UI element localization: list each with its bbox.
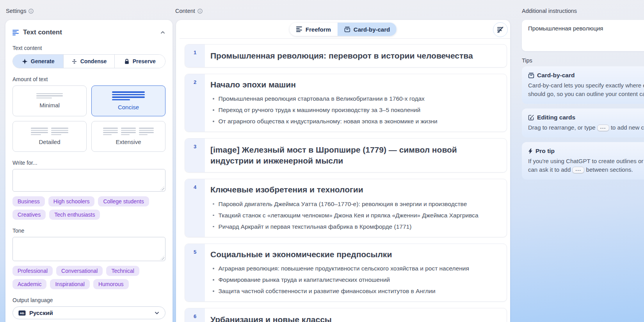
outline-card[interactable]: 1Промышленная революция: переворот в ист… bbox=[185, 44, 507, 68]
tip-title: Editing cards bbox=[528, 114, 644, 121]
mode-condense-button[interactable]: Condense bbox=[64, 55, 114, 68]
tab-freeform[interactable]: Freeform bbox=[290, 23, 338, 36]
bullet-text: Ткацкий станок с «летающим челноком» Джо… bbox=[219, 210, 479, 221]
lines-column bbox=[103, 128, 118, 135]
tone-tag-humorous[interactable]: Humorous bbox=[93, 279, 129, 289]
tab-label: Freeform bbox=[306, 26, 331, 33]
output-language-label: Output language bbox=[12, 297, 165, 303]
additional-instructions-input[interactable] bbox=[522, 20, 644, 51]
text-lines-icon bbox=[12, 30, 19, 36]
extensive-lines-icon bbox=[103, 128, 154, 135]
bullet-dot bbox=[213, 98, 214, 100]
outline-card[interactable]: 5Социальные и экономические предпосылкиА… bbox=[185, 244, 507, 302]
outline-card[interactable]: 2Начало эпохи машинПромышленная революци… bbox=[185, 74, 507, 132]
tip-body-text: Card-by-card lets you specify exactly wh… bbox=[528, 82, 644, 89]
card-title: [image] Железный мост в Шропшире (1779) … bbox=[210, 144, 476, 166]
tone-tag-professional[interactable]: Professional bbox=[12, 266, 53, 276]
mode-label: Preserve bbox=[133, 58, 156, 64]
lines-column bbox=[139, 128, 154, 135]
audience-tag-tech-enthusiasts[interactable]: Tech enthusiasts bbox=[49, 210, 100, 220]
lines-column bbox=[121, 128, 136, 135]
card-title: Социальные и экономические предпосылки bbox=[210, 249, 476, 260]
outline-card[interactable]: 4Ключевые изобретения и технологииПарово… bbox=[185, 179, 507, 237]
card-number: 2 bbox=[185, 74, 205, 132]
tip-title-text: Editing cards bbox=[537, 114, 575, 121]
tip-body-text: should go, so you can outline your conte… bbox=[528, 91, 644, 97]
lines-column bbox=[51, 128, 68, 135]
chevron-up-icon[interactable] bbox=[160, 30, 165, 35]
lock-icon bbox=[124, 59, 130, 64]
amount-option-label: Extensive bbox=[116, 139, 141, 145]
output-language-value: Русский bbox=[29, 310, 151, 316]
card-body: Урбанизация и новые классы bbox=[205, 308, 507, 322]
tips-text: Tips bbox=[522, 57, 532, 64]
amount-of-text-options: MinimalConciseDetailedExtensive bbox=[12, 85, 165, 152]
output-language-select[interactable]: АБ Русский bbox=[12, 306, 165, 319]
amount-extensive-option[interactable]: Extensive bbox=[91, 121, 165, 152]
bullet-text: Формирование рынка труда и капиталистиче… bbox=[219, 274, 390, 285]
audience-tag-high-schoolers[interactable]: High schoolers bbox=[48, 196, 95, 206]
tone-tag-technical[interactable]: Technical bbox=[106, 266, 139, 276]
amount-concise-option[interactable]: Concise bbox=[91, 85, 165, 116]
minimal-lines-icon bbox=[36, 93, 63, 99]
text-content-label: Text content bbox=[12, 45, 165, 51]
write-for-input[interactable] bbox=[12, 169, 165, 192]
tone-tag-inspirational[interactable]: Inspirational bbox=[50, 279, 90, 289]
tip-card-pro-tip: Pro tipIf you're using ChatGPT to create… bbox=[522, 142, 644, 180]
clear-outline-button[interactable] bbox=[493, 22, 508, 37]
bullet-dot bbox=[213, 290, 214, 292]
tab-card-by-card[interactable]: Card-by-card bbox=[338, 23, 397, 36]
card-body: Социальные и экономические предпосылкиАг… bbox=[205, 244, 507, 302]
settings-panel: Text content Text content GenerateConden… bbox=[5, 20, 173, 322]
tip-body-line: should go, so you can outline your conte… bbox=[528, 90, 644, 98]
tone-tag-academic[interactable]: Academic bbox=[12, 279, 46, 289]
card-number: 1 bbox=[185, 44, 205, 67]
tip-body-text: If you're using ChatGPT to create outlin… bbox=[528, 158, 644, 164]
add-card-shortcut-pill: --- bbox=[572, 167, 584, 173]
lines-column bbox=[112, 91, 145, 100]
card-bullet: Ричард Аркрайт и первая текстильная фабр… bbox=[213, 221, 499, 232]
outline-card[interactable]: 6Урбанизация и новые классы bbox=[185, 308, 507, 322]
mode-preserve-button[interactable]: Preserve bbox=[115, 55, 165, 68]
tone-tag-conversational[interactable]: Conversational bbox=[56, 266, 103, 276]
tip-body-line: can ask it to add --- between sections. bbox=[528, 165, 644, 174]
card-title: Промышленная революция: переворот в исто… bbox=[210, 50, 476, 61]
tip-card-card-by-card: Card-by-cardCard-by-card lets you specif… bbox=[522, 66, 644, 104]
bullet-text: Промышленная революция стартовала в Вели… bbox=[219, 93, 425, 104]
card-number: 3 bbox=[185, 139, 205, 172]
mode-label: Condense bbox=[80, 58, 107, 64]
sparkle-icon bbox=[22, 59, 28, 64]
tip-card-editing-cards: Editing cardsDrag to rearrange, or type … bbox=[522, 109, 644, 137]
content-header: FreeformCard-by-card bbox=[176, 20, 510, 39]
tone-label: Tone bbox=[12, 228, 165, 234]
concise-lines-icon bbox=[112, 91, 145, 100]
amount-detailed-option[interactable]: Detailed bbox=[12, 121, 87, 152]
text-content-section-header[interactable]: Text content bbox=[12, 28, 165, 37]
audience-tag-college-students[interactable]: College students bbox=[98, 196, 149, 206]
audience-tag-creatives[interactable]: Creatives bbox=[12, 210, 46, 220]
tip-title: Card-by-card bbox=[528, 72, 644, 79]
additional-instructions-label: Additional instructions bbox=[522, 8, 577, 14]
add-card-shortcut-pill: --- bbox=[597, 125, 609, 131]
amount-minimal-option[interactable]: Minimal bbox=[12, 85, 87, 116]
audience-tag-business[interactable]: Business bbox=[12, 196, 45, 206]
outline-card[interactable]: 3[image] Железный мост в Шропшире (1779)… bbox=[185, 138, 507, 172]
detailed-lines-icon bbox=[31, 128, 68, 135]
bullet-dot bbox=[213, 226, 214, 228]
tab-label: Card-by-card bbox=[354, 26, 390, 33]
info-icon[interactable] bbox=[28, 9, 34, 14]
lightning-icon bbox=[528, 148, 533, 154]
info-icon[interactable] bbox=[197, 9, 203, 14]
bullet-text: Ричард Аркрайт и первая текстильная фабр… bbox=[219, 221, 412, 232]
card-bullet: Паровой двигатель Джеймса Уатта (1760–17… bbox=[213, 198, 499, 210]
mode-label: Generate bbox=[31, 58, 55, 64]
bullet-text: Аграрная революция: повышение продуктивн… bbox=[219, 263, 469, 274]
language-icon: АБ bbox=[18, 310, 26, 316]
tone-input[interactable] bbox=[12, 237, 165, 261]
tip-title-text: Pro tip bbox=[535, 148, 555, 155]
mode-generate-button[interactable]: Generate bbox=[13, 55, 64, 68]
tip-body-line: Card-by-card lets you specify exactly wh… bbox=[528, 81, 644, 90]
pencil-icon bbox=[528, 114, 534, 121]
tip-body-text: between sections. bbox=[584, 166, 633, 173]
lines-column bbox=[31, 128, 48, 135]
